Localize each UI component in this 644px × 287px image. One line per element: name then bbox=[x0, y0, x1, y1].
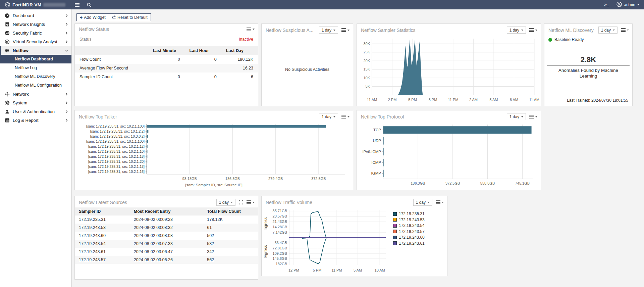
sidebar-item-security-fabric[interactable]: Security Fabric bbox=[0, 29, 71, 37]
svg-text:109.2GB: 109.2GB bbox=[273, 251, 287, 255]
traffic-volume-chart: 12 PM5 PM11 PM5 AM10 AM35.71GB28.57GB21.… bbox=[262, 207, 390, 275]
anomalies-caption: Anomalies Found by Machine Learning bbox=[544, 68, 632, 79]
svg-text:558.8GB: 558.8GB bbox=[480, 181, 495, 185]
sidebar-item-dashboard[interactable]: Dashboard bbox=[0, 11, 71, 20]
table-header: Last Hour bbox=[185, 46, 221, 55]
widget-menu-button[interactable] bbox=[247, 200, 255, 205]
svg-text:[sam: 172.19.235.31, src: 10.2: [sam: 172.19.235.31, src: 10.2.1.10] bbox=[88, 149, 145, 153]
suspicious-period-dropdown[interactable]: 1 day bbox=[319, 27, 338, 34]
sidebar-item-system[interactable]: System bbox=[0, 98, 71, 107]
sidebar-item-netflow[interactable]: Netflow bbox=[0, 46, 71, 55]
widget-title: Netflow Latest Sources bbox=[79, 200, 213, 205]
chevron-right-icon bbox=[65, 118, 68, 123]
widget-menu-button[interactable] bbox=[436, 200, 444, 205]
netflow-sampler-statistics-widget: Netflow Sampler Statistics 1 day 11 AM2 … bbox=[357, 23, 541, 106]
user-avatar-icon bbox=[616, 2, 622, 8]
sidebar-item-network-insights[interactable]: Network Insights bbox=[0, 20, 71, 29]
expand-icon[interactable] bbox=[239, 200, 243, 204]
table-row: 172.19.243.602024-08-02 03:08:08502 bbox=[75, 232, 258, 240]
network-insights-icon bbox=[4, 22, 10, 27]
widget-menu-button[interactable] bbox=[341, 114, 350, 119]
svg-text:186.3GB: 186.3GB bbox=[411, 181, 425, 185]
widget-menu-button[interactable] bbox=[621, 28, 629, 33]
sidebar-item-label: Network bbox=[13, 92, 65, 97]
legend-item-172-19-243-60[interactable]: 172.19.243.60 bbox=[393, 235, 425, 240]
netflow-status-table: Last MinuteLast HourLast DayFlow Count00… bbox=[75, 46, 258, 81]
add-widget-button[interactable]: + Add Widget bbox=[76, 13, 109, 21]
chevron-down-icon bbox=[347, 116, 350, 117]
svg-text:[sam: 172.19.235.31, src: 10.2: [sam: 172.19.235.31, src: 10.2.1.18] bbox=[88, 154, 145, 158]
svg-text:[sam: 172.19.235.31, src: 10.2: [sam: 172.19.235.31, src: 10.2.1.12] bbox=[88, 144, 145, 148]
netflow-top-talker-widget: Netflow Top Talker 1 day 93.13GB186.3GB2… bbox=[74, 110, 353, 190]
widget-title: Netflow Top Talker bbox=[79, 114, 316, 119]
traffic-volume-legend: 172.19.235.31172.19.243.53172.19.243.541… bbox=[393, 211, 425, 246]
chevron-down-icon bbox=[535, 116, 537, 117]
widget-menu-button[interactable] bbox=[529, 28, 537, 33]
table-row: 172.19.243.572024-08-02 03:06:26562 bbox=[75, 256, 258, 264]
sidebar-item-netflow-dashboard[interactable]: Netflow Dashboard bbox=[0, 55, 71, 63]
reset-icon bbox=[112, 15, 116, 19]
svg-text:279.4GB: 279.4GB bbox=[268, 177, 283, 181]
log-report-icon bbox=[4, 118, 10, 123]
legend-swatch bbox=[393, 241, 397, 245]
sidebar-item-netflow-ml-discovery[interactable]: Netflow ML Discovery bbox=[0, 72, 71, 81]
legend-item-172-19-243-57[interactable]: 172.19.243.57 bbox=[393, 229, 425, 234]
netflow-latest-sources-widget: Netflow Latest Sources 1 day Sampler IDM… bbox=[74, 196, 258, 280]
cli-console-icon[interactable]: >_ bbox=[604, 2, 609, 7]
search-icon[interactable] bbox=[87, 0, 92, 9]
table-row: Sampler ID Count006 bbox=[75, 73, 258, 81]
sidebar-item-netflow-log[interactable]: Netflow Log bbox=[0, 63, 71, 72]
svg-text:Egress: Egress bbox=[263, 245, 268, 257]
widget-menu-button[interactable] bbox=[529, 114, 537, 119]
svg-text:372.5GB: 372.5GB bbox=[445, 181, 460, 185]
svg-text:7.142GB: 7.142GB bbox=[273, 230, 287, 234]
svg-text:25K: 25K bbox=[363, 50, 370, 54]
app-logo-icon bbox=[5, 2, 10, 8]
legend-swatch bbox=[393, 224, 397, 228]
top-talker-period-dropdown[interactable]: 1 day bbox=[319, 113, 338, 120]
sidebar-item-virtual-security-analyst[interactable]: Virtual Security Analyst bbox=[0, 37, 71, 46]
sidebar-item-user-authentication[interactable]: User & Authentication bbox=[0, 107, 71, 116]
svg-text:21.43GB: 21.43GB bbox=[273, 220, 287, 224]
legend-item-172-19-243-61[interactable]: 172.19.243.61 bbox=[393, 241, 425, 246]
menu-bars-icon bbox=[247, 27, 251, 32]
svg-text:8 AM: 8 AM bbox=[510, 98, 518, 102]
admin-label: admin bbox=[624, 2, 635, 7]
chevron-down-icon bbox=[333, 116, 335, 117]
reset-to-default-button[interactable]: Reset to Default bbox=[109, 13, 151, 21]
menu-toggle-icon[interactable] bbox=[74, 0, 80, 9]
latest-sources-period-dropdown[interactable]: 1 day bbox=[216, 199, 235, 206]
svg-text:[sam: 172.19.235.31, src: 10.2: [sam: 172.19.235.31, src: 10.2.1.20] bbox=[88, 159, 145, 163]
baseline-status-text: Baseline Ready bbox=[554, 37, 584, 42]
legend-item-172-19-235-31[interactable]: 172.19.235.31 bbox=[393, 211, 425, 216]
table-row: 172.19.243.542024-08-02 03:07:33532 bbox=[75, 240, 258, 248]
widget-menu-button[interactable] bbox=[341, 28, 350, 33]
admin-menu[interactable]: admin bbox=[616, 2, 639, 8]
sidebar-nav: DashboardNetwork InsightsSecurity Fabric… bbox=[0, 9, 72, 287]
svg-text:[sam: 172.19.235.31, src: 10.2: [sam: 172.19.235.31, src: 10.2.1.16] bbox=[88, 170, 145, 174]
svg-text:93.13GB: 93.13GB bbox=[182, 177, 197, 181]
sidebar-item-log-report[interactable]: Log & Report bbox=[0, 116, 71, 125]
svg-text:TCP: TCP bbox=[373, 128, 381, 132]
sidebar-item-netflow-ml-configuration[interactable]: Netflow ML Configuration bbox=[0, 81, 71, 90]
svg-text:2 AM: 2 AM bbox=[469, 98, 478, 102]
legend-item-172-19-243-54[interactable]: 172.19.243.54 bbox=[393, 223, 425, 228]
svg-text:5 AM: 5 AM bbox=[354, 268, 362, 272]
legend-item-172-19-243-53[interactable]: 172.19.243.53 bbox=[393, 218, 425, 222]
chevron-right-icon bbox=[65, 13, 68, 18]
chevron-right-icon bbox=[65, 100, 68, 105]
sampler-statistics-period-dropdown[interactable]: 1 day bbox=[507, 27, 526, 34]
widget-menu-button[interactable] bbox=[247, 27, 255, 32]
top-talker-chart: 93.13GB186.3GB279.4GB372.5GB[sam: 172.19… bbox=[76, 123, 351, 182]
svg-text:8 PM: 8 PM bbox=[429, 98, 437, 102]
ml-discovery-period-dropdown[interactable]: 1 day bbox=[598, 27, 618, 34]
sidebar-item-network[interactable]: Network bbox=[0, 90, 71, 98]
table-header bbox=[75, 46, 148, 55]
anomalies-count: 2.8K bbox=[544, 55, 632, 64]
chevron-down-icon bbox=[253, 29, 255, 30]
menu-bars-icon bbox=[621, 28, 626, 33]
top-protocol-period-dropdown[interactable]: 1 day bbox=[507, 113, 526, 120]
netflow-ml-discovery-widget: Netflow ML Discovery 1 day Baseline Read… bbox=[544, 23, 633, 106]
latest-sources-table: Sampler IDMost Recent EntryTotal Flow Co… bbox=[75, 207, 258, 264]
traffic-volume-period-dropdown[interactable]: 1 day bbox=[413, 199, 432, 206]
